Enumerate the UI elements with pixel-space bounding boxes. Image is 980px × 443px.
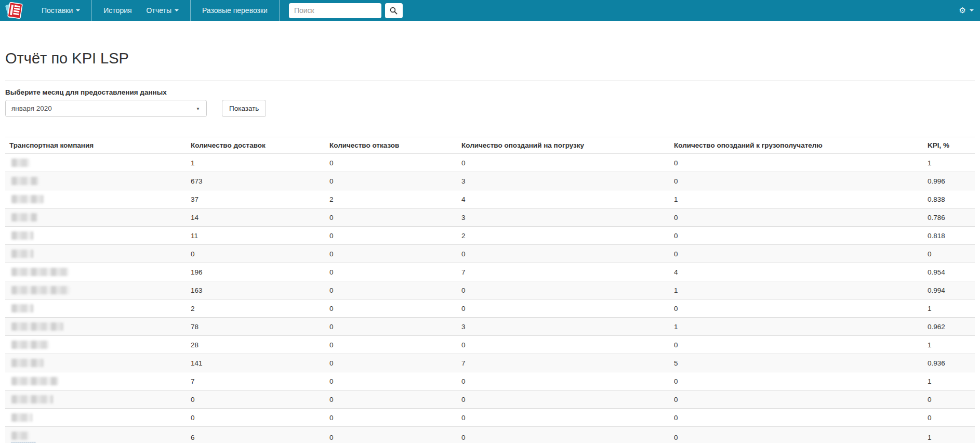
deliveries-cell: 0 — [187, 409, 325, 427]
late-consignee-cell: 5 — [670, 354, 923, 372]
late-loading-cell: 0 — [457, 281, 670, 299]
nav-item-istoriya[interactable]: История — [92, 0, 139, 21]
col-header-kpi: KPI, % — [923, 137, 975, 154]
late-loading-cell: 0 — [457, 372, 670, 390]
main-content: Отчёт по KPI LSP Выберите месяц для пред… — [0, 50, 980, 443]
logo-icon — [4, 2, 24, 19]
company-cell — [5, 318, 187, 336]
kpi-table-body: 100016730300.996372410.838140300.7861102… — [5, 154, 975, 443]
company-name-redacted — [11, 341, 49, 349]
table-header: Транспортная компания Количество доставо… — [5, 137, 975, 154]
company-name-redacted — [11, 213, 37, 222]
col-header-late-loading: Количество опозданий на погрузку — [457, 137, 670, 154]
company-name-redacted — [11, 159, 30, 167]
table-row: 00000 — [5, 390, 975, 409]
company-cell — [5, 354, 187, 372]
refusals-cell: 0 — [325, 172, 457, 190]
late-consignee-cell: 0 — [670, 390, 923, 409]
table-row: 6730300.996 — [5, 172, 975, 190]
late-loading-cell: 0 — [457, 154, 670, 172]
search-icon — [390, 7, 398, 15]
page-title: Отчёт по KPI LSP — [5, 50, 975, 67]
deliveries-cell: 0 — [187, 245, 325, 263]
search-button[interactable] — [385, 3, 403, 18]
nav-item-otchety[interactable]: Отчеты — [139, 0, 190, 21]
refusals-cell: 0 — [325, 336, 457, 354]
refusals-cell: 0 — [325, 372, 457, 390]
nav-item-label: Отчеты — [147, 6, 171, 15]
month-select[interactable]: января 2020 ▼ — [5, 100, 207, 117]
company-cell — [5, 299, 187, 318]
kpi-cell: 0 — [923, 409, 975, 427]
show-button[interactable]: Показать — [222, 100, 266, 117]
late-consignee-cell: 0 — [670, 154, 923, 172]
late-loading-cell: 0 — [457, 299, 670, 318]
table-row: 1960740.954 — [5, 263, 975, 281]
settings-menu[interactable]: ⚙ — [953, 0, 980, 21]
refusals-cell: 0 — [325, 227, 457, 245]
refusals-cell: 0 — [325, 318, 457, 336]
table-row: 1410750.936 — [5, 354, 975, 372]
nav-item-postavki[interactable]: Поставки — [30, 0, 91, 21]
gear-icon: ⚙ — [959, 6, 966, 15]
late-loading-cell: 3 — [457, 172, 670, 190]
col-header-refusals: Количество отказов — [325, 137, 457, 154]
company-name-redacted — [11, 377, 58, 385]
kpi-cell: 0.954 — [923, 263, 975, 281]
kpi-cell: 1 — [923, 427, 975, 443]
nav-item-label: История — [103, 6, 131, 15]
company-cell — [5, 245, 187, 263]
deliveries-cell: 673 — [187, 172, 325, 190]
late-consignee-cell: 0 — [670, 209, 923, 227]
late-consignee-cell: 4 — [670, 263, 923, 281]
late-loading-cell: 0 — [457, 427, 670, 443]
late-consignee-cell: 0 — [670, 409, 923, 427]
deliveries-cell: 7 — [187, 372, 325, 390]
kpi-cell: 0.786 — [923, 209, 975, 227]
late-consignee-cell: 1 — [670, 318, 923, 336]
kpi-cell: 0.962 — [923, 318, 975, 336]
refusals-cell: 0 — [325, 263, 457, 281]
deliveries-cell: 11 — [187, 227, 325, 245]
late-consignee-cell: 1 — [670, 281, 923, 299]
refusals-cell: 0 — [325, 390, 457, 409]
refusals-cell: 0 — [325, 281, 457, 299]
late-consignee-cell: 0 — [670, 427, 923, 443]
late-loading-cell: 7 — [457, 263, 670, 281]
late-consignee-cell: 0 — [670, 372, 923, 390]
refusals-cell: 0 — [325, 354, 457, 372]
nav-item-label: Поставки — [42, 6, 73, 15]
deliveries-cell: 196 — [187, 263, 325, 281]
late-loading-cell: 0 — [457, 245, 670, 263]
kpi-cell: 0.838 — [923, 190, 975, 209]
company-cell — [5, 209, 187, 227]
table-row: 140300.786 — [5, 209, 975, 227]
company-name-redacted — [11, 395, 53, 403]
company-cell — [5, 227, 187, 245]
title-divider — [5, 80, 975, 81]
search-input[interactable] — [289, 3, 381, 18]
late-loading-cell: 3 — [457, 318, 670, 336]
late-consignee-cell: 0 — [670, 336, 923, 354]
nav-spacer — [403, 0, 953, 21]
chevron-down-icon — [76, 9, 80, 11]
refusals-cell: 0 — [325, 154, 457, 172]
refusals-cell: 2 — [325, 190, 457, 209]
company-name-redacted — [11, 231, 33, 240]
kpi-cell: 0.994 — [923, 281, 975, 299]
brand-logo[interactable] — [0, 0, 30, 21]
company-name-redacted — [11, 286, 70, 294]
refusals-cell: 0 — [325, 245, 457, 263]
deliveries-cell: 28 — [187, 336, 325, 354]
late-consignee-cell: 0 — [670, 227, 923, 245]
col-header-deliveries: Количество доставок — [187, 137, 325, 154]
kpi-report-table: Транспортная компания Количество доставо… — [5, 137, 975, 443]
table-row: 372410.838 — [5, 190, 975, 209]
company-name-redacted — [11, 413, 32, 422]
company-cell — [5, 172, 187, 190]
late-consignee-cell: 0 — [670, 245, 923, 263]
nav-item-razovye-perevozki[interactable]: Разовые перевозки — [191, 0, 279, 21]
late-loading-cell: 0 — [457, 390, 670, 409]
kpi-cell: 0 — [923, 390, 975, 409]
company-cell — [5, 263, 187, 281]
